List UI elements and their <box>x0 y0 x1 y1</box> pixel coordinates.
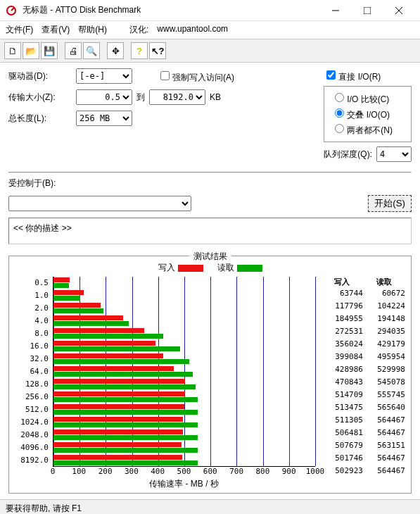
legend-read-swatch <box>237 265 262 272</box>
new-button[interactable]: 🗋 <box>4 42 21 59</box>
hanhua-label: 汉化: <box>129 24 148 36</box>
menu-help[interactable]: 帮助(H) <box>78 24 107 36</box>
window-title: 无标题 - ATTO Disk Benchmark <box>23 4 319 16</box>
x-axis-label: 传输速率 - MB / 秒 <box>53 478 315 490</box>
svg-rect-2 <box>364 7 371 14</box>
menubar: 文件(F) 查看(V) 帮助(H) 汉化: www.upantool.com <box>0 21 420 39</box>
hanhua-url[interactable]: www.upantool.com <box>157 24 228 36</box>
col-write: 写入 <box>321 277 363 287</box>
col-read: 读取 <box>363 277 405 287</box>
help-button[interactable]: ? <box>131 42 148 59</box>
legend-read-label: 读取 <box>217 263 234 272</box>
unit-label: KB <box>210 92 221 102</box>
force-write-checkbox[interactable]: 强制写入访问(A) <box>158 69 234 84</box>
maximize-button[interactable] <box>351 0 383 21</box>
transfer-from-select[interactable]: 0.5 <box>76 89 132 105</box>
total-select[interactable]: 256 MB <box>76 111 132 126</box>
overlap-io-radio[interactable]: 交叠 I/O(O) <box>331 106 404 122</box>
context-help-button[interactable]: ↖? <box>149 42 166 59</box>
neither-radio[interactable]: 两者都不(N) <box>331 122 404 137</box>
transfer-to-select[interactable]: 8192.0 <box>149 89 205 105</box>
titlebar: 无标题 - ATTO Disk Benchmark <box>0 0 420 21</box>
drive-select[interactable]: [-e-] <box>76 68 132 84</box>
transfer-label: 传输大小(Z): <box>8 92 72 104</box>
results-group: 测试结果 写入 读取 0.51.02.04.08.016.032.064.012… <box>8 256 412 494</box>
menu-view[interactable]: 查看(V) <box>42 24 70 36</box>
preview-button[interactable]: 🔍 <box>83 42 100 59</box>
controlled-select[interactable] <box>8 196 191 211</box>
menu-file[interactable]: 文件(F) <box>6 24 33 36</box>
results-title: 测试结果 <box>189 251 231 263</box>
chart: 0.51.02.04.08.016.032.064.0128.0256.0512… <box>15 277 315 490</box>
io-compare-radio[interactable]: I/O 比较(C) <box>331 91 404 106</box>
controlled-label: 受控制于(B): <box>8 177 56 189</box>
start-button[interactable]: 开始(S) <box>368 195 412 212</box>
values-table: 写入读取 63744606721177961042241849551941482… <box>321 277 405 490</box>
legend-write-swatch <box>178 265 203 272</box>
save-button[interactable]: 💾 <box>41 42 58 59</box>
queue-select[interactable]: 4 <box>376 146 412 162</box>
move-button[interactable]: ✥ <box>107 42 124 59</box>
to-label: 到 <box>136 92 145 104</box>
app-icon <box>6 5 17 16</box>
queue-label: 队列深度(Q): <box>324 149 372 161</box>
close-button[interactable] <box>383 0 414 21</box>
drive-label: 驱动器(D): <box>8 70 72 82</box>
description-box[interactable]: << 你的描述 >> <box>8 218 412 244</box>
minimize-button[interactable] <box>319 0 351 21</box>
io-mode-group: I/O 比较(C) 交叠 I/O(O) 两者都不(N) <box>324 86 412 142</box>
legend-write-label: 写入 <box>158 263 175 272</box>
toolbar: 🗋 📂 💾 🖨 🔍 ✥ ? ↖? <box>0 39 420 63</box>
open-button[interactable]: 📂 <box>23 42 39 59</box>
direct-io-checkbox[interactable]: 直接 I/O(R) <box>324 68 412 83</box>
legend: 写入 读取 <box>15 262 405 274</box>
statusbar: 要获得帮助, 请按 F1 <box>0 499 420 514</box>
total-label: 总长度(L): <box>8 113 72 125</box>
print-button[interactable]: 🖨 <box>65 42 82 59</box>
form-area: 驱动器(D): [-e-] 强制写入访问(A) 传输大小(Z): 0.5 到 8… <box>0 63 420 250</box>
